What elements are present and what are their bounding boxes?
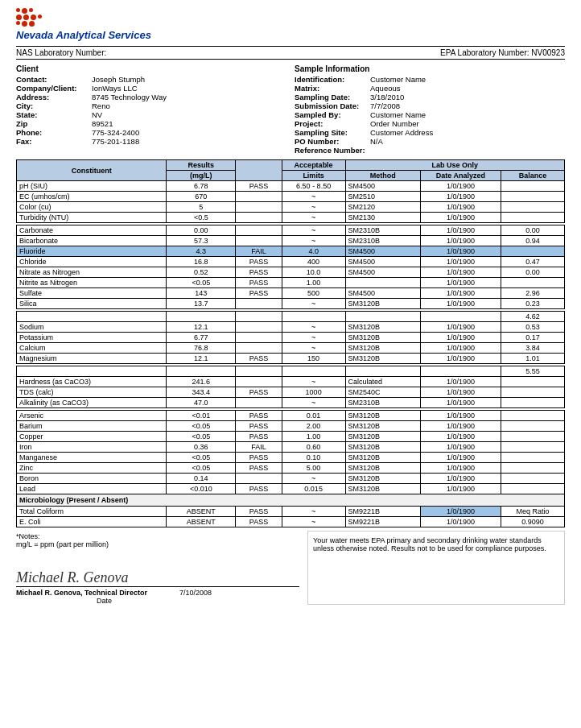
cell-balance bbox=[501, 463, 565, 474]
table-row: Barium <0.05 PASS 2.00 SM3120B 1/0/1900 bbox=[17, 421, 565, 432]
cell-balance: 2.96 bbox=[501, 288, 565, 299]
cell-balance bbox=[501, 442, 565, 453]
cell-constituent: Hardness (as CaCO3) bbox=[17, 377, 167, 387]
table-row: Arsenic <0.01 PASS 0.01 SM3120B 1/0/1900 bbox=[17, 411, 565, 421]
cell-constituent: Bicarbonate bbox=[17, 236, 167, 246]
cell-result: ABSENT bbox=[167, 517, 236, 527]
cell-passfail bbox=[236, 236, 282, 246]
th-results-unit: (mg/L) bbox=[167, 171, 236, 181]
cell-limit: ~ bbox=[282, 507, 345, 517]
company-value: IonWays LLC bbox=[92, 84, 138, 93]
cell-method: SM3120B bbox=[345, 333, 420, 343]
cell-method: SM3120B bbox=[345, 421, 420, 432]
cell-result: <0.05 bbox=[167, 463, 236, 474]
cell-result: 5 bbox=[167, 202, 236, 213]
cell-balance: 0.53 bbox=[501, 322, 565, 333]
cell-method bbox=[345, 312, 420, 322]
cell-method: SM3120B bbox=[345, 411, 420, 421]
cell-passfail bbox=[236, 192, 282, 202]
matrix-value: Aqueous bbox=[370, 84, 401, 93]
cell-date: 1/0/1900 bbox=[420, 442, 501, 453]
logo-dots bbox=[16, 8, 42, 27]
epa-label: EPA Laboratory Number: NV00923 bbox=[440, 48, 565, 57]
cell-method: SM3120B bbox=[345, 484, 420, 494]
cell-constituent: Copper bbox=[17, 432, 167, 442]
th-passfail bbox=[236, 160, 282, 181]
logo-area: Nevada Analytical Services bbox=[16, 8, 177, 41]
cell-limit bbox=[282, 312, 345, 322]
cell-date: 1/0/1900 bbox=[420, 257, 501, 267]
cell-constituent: Magnesium bbox=[17, 354, 167, 364]
cell-method: SM3120B bbox=[345, 474, 420, 484]
table-row: Boron 0.14 ~ SM3120B 1/0/1900 bbox=[17, 474, 565, 484]
table-row: Lead <0.010 PASS 0.015 SM3120B 1/0/1900 bbox=[17, 484, 565, 494]
cell-method: SM9221B bbox=[345, 507, 420, 517]
matrix-label: Matrix: bbox=[295, 84, 367, 93]
cell-result: ABSENT bbox=[167, 507, 236, 517]
cell-method: SM2540C bbox=[345, 387, 420, 398]
table-row: EC (umhos/cm) 670 ~ SM2510 1/0/1900 bbox=[17, 192, 565, 202]
sampled-by-label: Sampled By: bbox=[295, 110, 367, 119]
cell-date: 1/0/1900 bbox=[420, 432, 501, 442]
microbiology-header-row: Microbiology (Present / Absent) bbox=[17, 494, 565, 507]
cell-passfail bbox=[236, 366, 282, 377]
cell-result: <0.05 bbox=[167, 421, 236, 432]
sampling-site-value: Customer Address bbox=[370, 128, 433, 137]
cell-method: SM4500 bbox=[345, 181, 420, 192]
cell-method: SM3120B bbox=[345, 463, 420, 474]
cell-constituent: Chloride bbox=[17, 257, 167, 267]
cell-balance bbox=[501, 213, 565, 223]
cell-limit: 0.10 bbox=[282, 453, 345, 463]
table-row: Nitrate as Nitrogen 0.52 PASS 10.0 SM450… bbox=[17, 267, 565, 278]
project-label: Project: bbox=[295, 119, 367, 128]
cell-passfail: PASS bbox=[236, 453, 282, 463]
cell-balance: 5.55 bbox=[501, 366, 565, 377]
cell-passfail: PASS bbox=[236, 517, 282, 527]
cell-method: SM9221B bbox=[345, 517, 420, 527]
cell-limit: ~ bbox=[282, 236, 345, 246]
cell-limit: ~ bbox=[282, 299, 345, 309]
address-label: Address: bbox=[16, 93, 89, 101]
cell-method: SM4500 bbox=[345, 257, 420, 267]
sampling-date-value: 3/18/2010 bbox=[370, 93, 404, 101]
cell-passfail: PASS bbox=[236, 278, 282, 288]
cell-method bbox=[345, 366, 420, 377]
cell-constituent: Nitrite as Nitrogen bbox=[17, 278, 167, 288]
cell-date: 1/0/1900 bbox=[420, 299, 501, 309]
cell-result: 0.52 bbox=[167, 267, 236, 278]
cell-result: 0.00 bbox=[167, 225, 236, 236]
sample-info: Sample Information Identification:Custom… bbox=[295, 64, 565, 155]
cell-constituent: Nitrate as Nitrogen bbox=[17, 267, 167, 278]
cell-date: 1/0/1900 bbox=[420, 192, 501, 202]
cell-constituent: Boron bbox=[17, 474, 167, 484]
cell-passfail bbox=[236, 202, 282, 213]
cell-date: 1/0/1900 bbox=[420, 288, 501, 299]
cell-passfail: PASS bbox=[236, 387, 282, 398]
cell-date: 1/0/1900 bbox=[420, 484, 501, 494]
id-value: Customer Name bbox=[370, 75, 426, 84]
technician-label: Michael R. Genova, Technical Director bbox=[16, 589, 147, 597]
cell-result: 47.0 bbox=[167, 398, 236, 408]
cell-date: 1/0/1900 bbox=[420, 474, 501, 484]
table-row: Hardness (as CaCO3) 241.6 ~ Calculated 1… bbox=[17, 377, 565, 387]
cell-limit: 5.00 bbox=[282, 463, 345, 474]
cell-result: 4.3 bbox=[167, 246, 236, 257]
cell-method: SM2310B bbox=[345, 398, 420, 408]
sample-section-title: Sample Information bbox=[295, 64, 565, 73]
cell-date: 1/0/1900 bbox=[420, 181, 501, 192]
cell-balance bbox=[501, 432, 565, 442]
cell-balance bbox=[501, 474, 565, 484]
cell-passfail bbox=[236, 213, 282, 223]
signature-area: *Notes: mg/L = ppm (part per million) Mi… bbox=[16, 531, 299, 605]
th-method: Method bbox=[345, 171, 420, 181]
cell-result: 343.4 bbox=[167, 387, 236, 398]
cell-date: 1/0/1900 bbox=[420, 333, 501, 343]
cell-passfail: PASS bbox=[236, 484, 282, 494]
cell-result: 6.78 bbox=[167, 181, 236, 192]
sampling-site-label: Sampling Site: bbox=[295, 128, 367, 137]
table-row: Silica 13.7 ~ SM3120B 1/0/1900 0.23 bbox=[17, 299, 565, 309]
client-section-title: Client bbox=[16, 64, 286, 73]
cell-method: SM4500 bbox=[345, 246, 420, 257]
table-row: Chloride 16.8 PASS 400 SM4500 1/0/1900 0… bbox=[17, 257, 565, 267]
table-row: Manganese <0.05 PASS 0.10 SM3120B 1/0/19… bbox=[17, 453, 565, 463]
